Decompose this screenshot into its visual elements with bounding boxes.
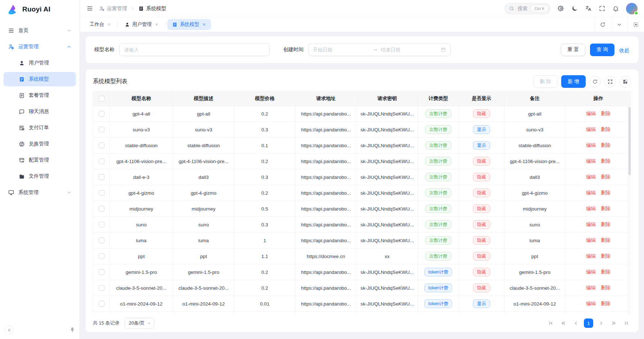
cell-remark: ppt — [504, 248, 566, 264]
delete-link[interactable]: 删除 — [601, 222, 611, 227]
delete-link[interactable]: 删除 — [601, 111, 611, 116]
delete-link[interactable]: 删除 — [601, 158, 611, 164]
cell-model-desc: stable-diffusion — [173, 137, 234, 153]
row-checkbox[interactable] — [99, 285, 104, 291]
edit-link[interactable]: 编辑 — [586, 127, 596, 132]
jump-back-button[interactable] — [559, 318, 568, 328]
edit-link[interactable]: 编辑 — [586, 269, 596, 275]
row-checkbox[interactable] — [99, 158, 104, 164]
scrollbar-thumb[interactable] — [629, 107, 631, 175]
refresh-page-button[interactable] — [594, 17, 611, 32]
row-checkbox[interactable] — [99, 301, 104, 307]
edit-link[interactable]: 编辑 — [586, 206, 596, 211]
row-checkbox[interactable] — [99, 238, 104, 243]
delete-link[interactable]: 删除 — [601, 190, 611, 195]
close-icon[interactable] — [202, 22, 206, 27]
sidebar-item-file-mgmt[interactable]: 文件管理 — [4, 169, 76, 184]
delete-link[interactable]: 删除 — [601, 174, 611, 180]
row-checkbox[interactable] — [99, 174, 104, 180]
cell-remark — [504, 312, 566, 314]
next-page-button[interactable] — [596, 318, 606, 328]
sidebar-item-system-mgmt[interactable]: 系统管理 — [4, 185, 76, 200]
tab-工作台[interactable]: 工作台 — [85, 19, 116, 30]
end-date-input[interactable] — [381, 47, 438, 53]
app-logo[interactable]: Ruoyi AI — [0, 0, 80, 19]
row-checkbox[interactable] — [99, 111, 104, 117]
sidebar-item-home[interactable]: 首页 — [4, 23, 76, 38]
sidebar-item-exchange-mgmt[interactable]: 兑换管理 — [4, 137, 76, 151]
current-page-button[interactable]: 1 — [584, 318, 593, 328]
edit-link[interactable]: 编辑 — [586, 143, 596, 148]
delete-link[interactable]: 删除 — [601, 253, 611, 259]
breadcrumb-item[interactable]: 系统模型 — [138, 5, 166, 12]
global-search[interactable]: 搜索 Ctrl K — [504, 3, 551, 14]
sidebar-item-config-mgmt[interactable]: 配置管理 — [4, 153, 76, 167]
edit-link[interactable]: 编辑 — [586, 285, 596, 290]
maximize-content-button[interactable] — [627, 17, 644, 32]
edit-link[interactable]: 编辑 — [586, 174, 596, 180]
select-all-checkbox[interactable] — [99, 96, 104, 101]
table-scrollbar[interactable] — [628, 106, 631, 315]
model-name-input[interactable] — [119, 43, 270, 56]
sidebar-item-operations[interactable]: 运营管理 — [4, 40, 76, 54]
pin-icon[interactable] — [69, 327, 75, 333]
start-date-input[interactable] — [313, 47, 370, 53]
row-checkbox[interactable] — [99, 190, 104, 196]
first-page-button[interactable] — [546, 318, 555, 328]
breadcrumb-item[interactable]: 运营管理 — [99, 5, 127, 12]
edit-link[interactable]: 编辑 — [586, 158, 596, 164]
row-checkbox[interactable] — [99, 206, 104, 212]
sidebar-collapse-button[interactable] — [4, 325, 14, 335]
close-icon[interactable] — [154, 22, 159, 27]
reset-button[interactable]: 重 置 — [561, 44, 585, 56]
row-checkbox[interactable] — [99, 127, 104, 132]
edit-link[interactable]: 编辑 — [586, 253, 596, 259]
delete-link[interactable]: 删除 — [601, 285, 611, 290]
delete-link[interactable]: 删除 — [601, 269, 611, 275]
language-icon[interactable] — [585, 5, 592, 12]
delete-link[interactable]: 删除 — [601, 206, 611, 211]
sidebar-item-pay-orders[interactable]: 支付订单 — [4, 121, 76, 135]
date-range-input[interactable] — [308, 43, 451, 56]
edit-link[interactable]: 编辑 — [586, 301, 596, 306]
delete-link[interactable]: 删除 — [601, 238, 611, 243]
fullscreen-icon[interactable] — [599, 5, 605, 12]
table-row: gpt-4-allgpt-all0.2https://api.pandarobo… — [93, 106, 631, 122]
expand-table-button[interactable] — [604, 76, 616, 87]
sidebar-item-system-model[interactable]: 系统模型 — [4, 72, 76, 86]
sidebar-item-chat-messages[interactable]: 聊天消息 — [4, 104, 76, 119]
settings-icon[interactable] — [558, 5, 564, 12]
delete-link[interactable]: 删除 — [601, 127, 611, 132]
tab-系统模型[interactable]: 系统模型 — [167, 19, 211, 30]
cell-model-name: gpt-4-1106-vision-pre... — [110, 153, 173, 169]
column-settings-button[interactable] — [620, 76, 631, 87]
user-avatar[interactable] — [626, 3, 638, 14]
notifications-icon[interactable] — [612, 5, 619, 12]
close-icon[interactable] — [107, 22, 111, 27]
row-checkbox[interactable] — [99, 143, 104, 148]
tab-menu-button[interactable] — [611, 17, 627, 32]
refresh-table-button[interactable] — [589, 76, 601, 87]
row-checkbox[interactable] — [99, 253, 104, 259]
delete-button[interactable]: 删 除 — [533, 75, 558, 88]
edit-link[interactable]: 编辑 — [586, 222, 596, 227]
prev-page-button[interactable] — [571, 318, 581, 328]
tab-用户管理[interactable]: 用户管理 — [120, 19, 163, 30]
edit-link[interactable]: 编辑 — [586, 190, 596, 195]
sidebar-item-package-mgmt[interactable]: 套餐管理 — [4, 88, 76, 103]
add-button[interactable]: 新 增 — [561, 75, 586, 88]
delete-link[interactable]: 删除 — [601, 301, 611, 306]
row-checkbox[interactable] — [99, 222, 104, 227]
query-button[interactable]: 查 询 — [590, 44, 614, 56]
edit-link[interactable]: 编辑 — [586, 111, 596, 116]
sidebar-item-user-mgmt[interactable]: 用户管理 — [4, 56, 76, 70]
delete-link[interactable]: 删除 — [601, 143, 611, 148]
row-checkbox[interactable] — [99, 269, 104, 275]
collapse-filter-link[interactable]: 收起 — [619, 48, 630, 52]
last-page-button[interactable] — [622, 318, 631, 328]
sidebar-toggle-icon[interactable] — [86, 5, 93, 12]
dark-mode-icon[interactable] — [571, 5, 578, 12]
page-size-select[interactable]: 20条/页 — [125, 318, 154, 329]
edit-link[interactable]: 编辑 — [586, 238, 596, 243]
jump-forward-button[interactable] — [609, 318, 618, 328]
